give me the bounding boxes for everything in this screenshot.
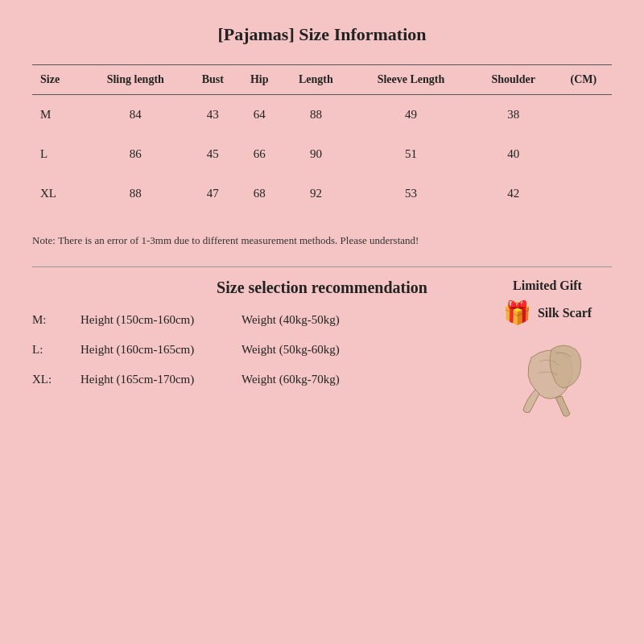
rec-weight: Weight (50kg-60kg) [242, 343, 402, 357]
table-cell: 92 [281, 174, 350, 213]
gift-icon-row: 🎁 Silk Scarf [503, 299, 592, 326]
table-cell: 66 [237, 134, 281, 174]
table-cell: 40 [472, 134, 555, 174]
table-cell: 90 [281, 134, 350, 174]
page-title: [Pajamas] Size Information [32, 24, 612, 45]
table-cell: XL [32, 174, 83, 213]
size-table: Size Sling length Bust Hip Length Sleeve… [32, 64, 612, 213]
table-row: XL884768925342 [32, 174, 612, 213]
section-divider [32, 266, 612, 267]
col-header-sling: Sling length [83, 65, 188, 95]
table-cell: 53 [350, 174, 471, 213]
table-cell: 64 [237, 95, 281, 135]
table-cell-empty [555, 174, 612, 213]
col-header-bust: Bust [188, 65, 238, 95]
gift-title: Limited Gift [513, 279, 582, 293]
scarf-illustration [499, 337, 596, 421]
table-cell: 42 [472, 174, 555, 213]
col-header-shoulder: Shoulder [472, 65, 555, 95]
rec-weight: Weight (40kg-50kg) [242, 313, 402, 327]
gift-line2: Silk Scarf [538, 306, 592, 320]
table-cell-empty [555, 134, 612, 174]
col-header-unit: (CM) [555, 65, 612, 95]
rec-height: Height (165cm-170cm) [80, 373, 242, 386]
rec-size-label: XL: [32, 373, 80, 386]
table-cell: 86 [83, 134, 188, 174]
measurement-note: Note: There is an error of 1-3mm due to … [32, 234, 612, 247]
table-row: M844364884938 [32, 95, 612, 135]
table-cell: 49 [350, 95, 471, 135]
rec-height: Height (150cm-160cm) [80, 313, 242, 327]
table-cell: 38 [472, 95, 555, 135]
table-row: L864566905140 [32, 134, 612, 174]
recommendation-section: Size selection recommendation M:Height (… [32, 279, 612, 402]
table-cell: L [32, 134, 83, 174]
gift-box-icon: 🎁 [503, 299, 531, 326]
table-cell: 88 [83, 174, 188, 213]
table-cell-empty [555, 95, 612, 135]
size-table-section: Size Sling length Bust Hip Length Sleeve… [32, 64, 612, 213]
gift-line1: Limited Gift [513, 279, 582, 293]
table-cell: 47 [188, 174, 238, 213]
table-cell: 51 [350, 134, 471, 174]
table-cell: 45 [188, 134, 238, 174]
page: [Pajamas] Size Information Size Sling le… [0, 0, 644, 644]
table-cell: 43 [188, 95, 238, 135]
col-header-size: Size [32, 65, 83, 95]
gift-section: Limited Gift 🎁 Silk Scarf [499, 279, 596, 421]
table-cell: 68 [237, 174, 281, 213]
rec-size-label: M: [32, 313, 80, 327]
table-cell: M [32, 95, 83, 135]
rec-weight: Weight (60kg-70kg) [242, 373, 402, 386]
table-header-row: Size Sling length Bust Hip Length Sleeve… [32, 65, 612, 95]
col-header-sleeve: Sleeve Length [350, 65, 471, 95]
col-header-length: Length [281, 65, 350, 95]
table-cell: 84 [83, 95, 188, 135]
rec-size-label: L: [32, 343, 80, 357]
col-header-hip: Hip [237, 65, 281, 95]
table-cell: 88 [281, 95, 350, 135]
rec-height: Height (160cm-165cm) [80, 343, 242, 357]
